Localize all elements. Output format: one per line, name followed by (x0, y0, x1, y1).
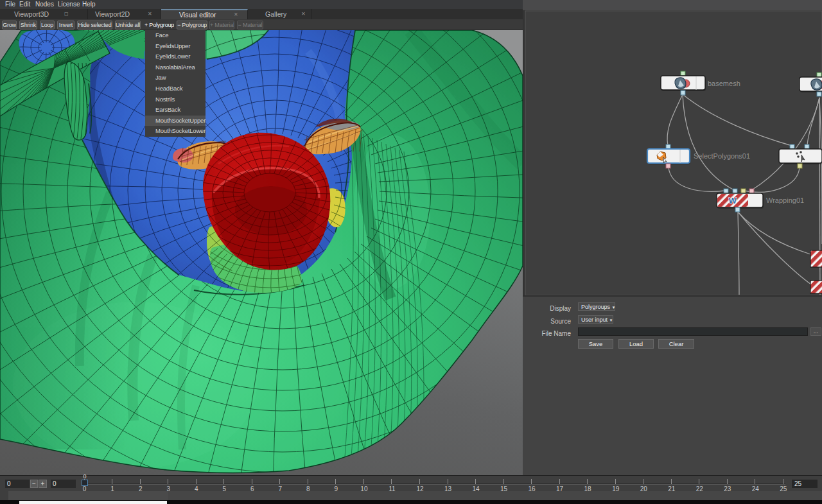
svg-text:Wrapping01: Wrapping01 (766, 196, 804, 204)
svg-text:basemesh: basemesh (708, 80, 740, 87)
svg-text:SelectPolygons01: SelectPolygons01 (694, 152, 750, 160)
svg-text:W: W (729, 196, 737, 205)
